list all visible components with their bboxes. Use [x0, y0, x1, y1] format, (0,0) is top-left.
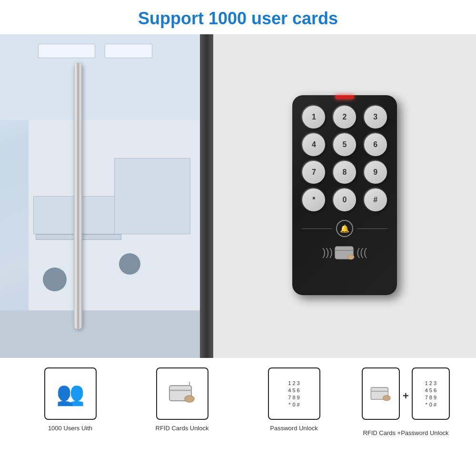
key-button-4[interactable]: 4: [302, 133, 325, 156]
feature-box-combined-keypad: 123 456 789 *0#: [412, 367, 450, 420]
svg-point-5: [185, 396, 194, 402]
bell-line-left: [302, 228, 332, 229]
feature-users: 👥 1000 Users Uith: [18, 367, 123, 432]
rfid-card-combined-icon: [368, 381, 394, 407]
feature-box-password: 123 456 789 *0#: [268, 367, 320, 420]
key-button-2[interactable]: 2: [333, 106, 356, 129]
bell-line-right: [357, 228, 387, 229]
rfid-wave-right: (((: [357, 246, 367, 258]
feature-box-combined-rfid: [362, 367, 400, 420]
office-floor: [0, 310, 200, 358]
key-button-5[interactable]: 5: [333, 133, 356, 156]
feature-label-users: 1000 Users Uith: [48, 425, 92, 432]
key-button-8[interactable]: 8: [333, 161, 356, 184]
password-keypad-mini: 123 456 789 *0#: [284, 377, 303, 411]
ceiling-light: [105, 44, 152, 58]
svg-point-9: [383, 395, 390, 400]
plus-icon: +: [403, 390, 409, 402]
office-scene: [0, 34, 200, 358]
device-body: 123456789*0# 🔔 ))): [292, 95, 397, 295]
features-section: 👥 1000 Users Uith RFID Cards Unlock 123 …: [0, 358, 476, 463]
rfid-card-icon: [333, 243, 357, 262]
office-chair: [43, 268, 67, 291]
key-button-0[interactable]: 0: [333, 188, 356, 211]
bell-section: 🔔: [292, 220, 397, 237]
key-button-#[interactable]: #: [364, 188, 387, 211]
rfid-card-feature-icon: [166, 377, 199, 410]
key-button-1[interactable]: 1: [302, 106, 325, 129]
office-ceiling: [0, 34, 200, 120]
svg-point-2: [347, 255, 354, 259]
combined-keypad-mini: 123 456 789 *0#: [421, 377, 440, 411]
ceiling-light: [38, 44, 95, 58]
feature-label-combined: RFID Cards +Password Unlock: [363, 429, 448, 436]
device-wrapper: 123456789*0# 🔔 ))): [292, 88, 397, 295]
key-button-*[interactable]: *: [302, 188, 325, 211]
feature-box-rfid: [156, 367, 208, 420]
key-button-3[interactable]: 3: [364, 106, 387, 129]
rfid-area: ))) (((: [292, 243, 397, 262]
feature-box-users: 👥: [44, 367, 97, 420]
key-button-6[interactable]: 6: [364, 133, 387, 156]
feature-combined: + 123 456 789 *0# RFID Cards +Password U…: [354, 367, 458, 436]
feature-rfid: RFID Cards Unlock: [130, 367, 235, 432]
bell-icon[interactable]: 🔔: [336, 220, 353, 237]
scene-divider: [200, 34, 213, 358]
users-icon: 👥: [56, 380, 85, 407]
right-wall: 123456789*0# 🔔 ))): [213, 34, 476, 358]
feature-password: 123 456 789 *0# Password Unlock: [242, 367, 347, 432]
keypad[interactable]: 123456789*0#: [292, 106, 397, 211]
door-handle-pole: [74, 63, 82, 329]
office-cubicle: [114, 158, 190, 234]
key-button-9[interactable]: 9: [364, 161, 387, 184]
page-header: Support 1000 user cards: [0, 0, 476, 34]
feature-label-rfid: RFID Cards Unlock: [156, 425, 209, 432]
rfid-wave-left: ))): [322, 246, 333, 258]
main-area: 123456789*0# 🔔 ))): [0, 34, 476, 358]
key-button-7[interactable]: 7: [302, 161, 325, 184]
led-indicator: [335, 95, 354, 99]
office-chair: [119, 253, 140, 275]
page-title: Support 1000 user cards: [0, 9, 476, 29]
feature-label-password: Password Unlock: [270, 425, 317, 432]
